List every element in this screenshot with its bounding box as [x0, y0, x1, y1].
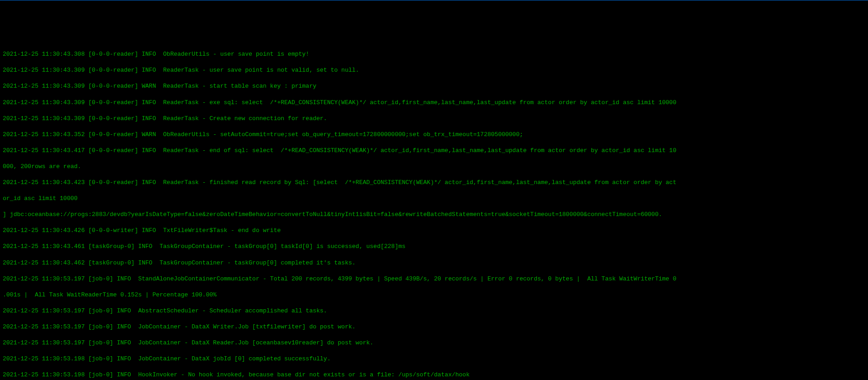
- log-line: or_id asc limit 10000: [3, 195, 865, 203]
- log-line: 2021-12-25 11:30:53.197 [job-0] INFO Abs…: [3, 307, 865, 315]
- log-line: 2021-12-25 11:30:53.197 [job-0] INFO Job…: [3, 339, 865, 347]
- log-line: 2021-12-25 11:30:43.309 [0-0-0-reader] I…: [3, 115, 865, 123]
- log-line: 2021-12-25 11:30:53.197 [job-0] INFO Job…: [3, 323, 865, 331]
- log-line: 2021-12-25 11:30:43.461 [taskGroup-0] IN…: [3, 243, 865, 251]
- log-line: 2021-12-25 11:30:43.309 [0-0-0-reader] W…: [3, 82, 865, 90]
- log-line: 2021-12-25 11:30:43.309 [0-0-0-reader] I…: [3, 99, 865, 107]
- log-line: 2021-12-25 11:30:43.352 [0-0-0-reader] W…: [3, 131, 865, 139]
- log-line: 000, 200rows are read.: [3, 163, 865, 171]
- log-line: .001s | All Task WaitReaderTime 0.152s |…: [3, 291, 865, 299]
- log-line: 2021-12-25 11:30:53.198 [job-0] INFO Job…: [3, 355, 865, 363]
- log-line: 2021-12-25 11:30:43.423 [0-0-0-reader] I…: [3, 179, 865, 187]
- log-line: 2021-12-25 11:30:43.417 [0-0-0-reader] I…: [3, 147, 865, 155]
- log-line: 2021-12-25 11:30:53.198 [job-0] INFO Hoo…: [3, 371, 865, 379]
- log-line: 2021-12-25 11:30:43.426 [0-0-0-writer] I…: [3, 227, 865, 235]
- log-line: 2021-12-25 11:30:53.197 [job-0] INFO Sta…: [3, 275, 865, 283]
- log-line: 2021-12-25 11:30:43.309 [0-0-0-reader] I…: [3, 66, 865, 74]
- log-line: ] jdbc:oceanbase://progs:2883/devdb?year…: [3, 211, 865, 219]
- log-line: 2021-12-25 11:30:43.462 [taskGroup-0] IN…: [3, 259, 865, 267]
- log-line: 2021-12-25 11:30:43.308 [0-0-0-reader] I…: [3, 50, 865, 58]
- terminal-log: 2021-12-25 11:30:43.308 [0-0-0-reader] I…: [3, 42, 865, 380]
